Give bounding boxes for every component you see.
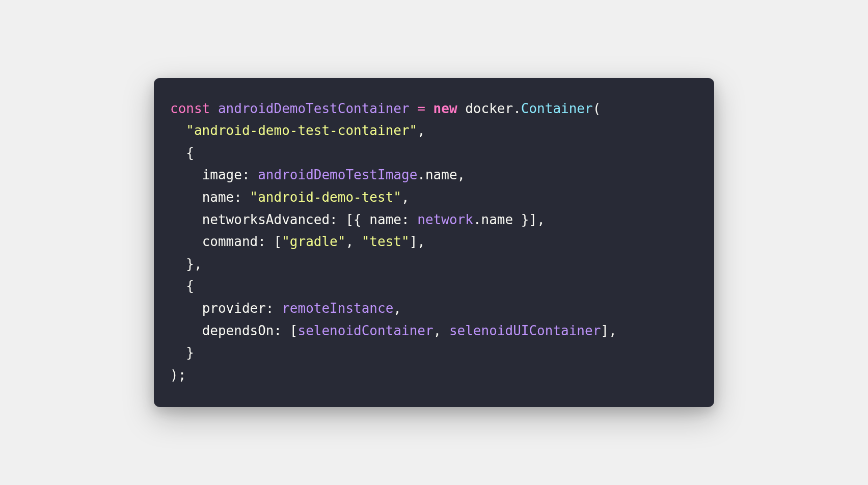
code-token: name: [369, 212, 401, 227]
code-token: =: [417, 101, 425, 116]
code-token: (: [593, 101, 601, 116]
code-token: ,: [609, 323, 617, 338]
code-token: Container: [521, 101, 593, 116]
code-token: [425, 101, 433, 116]
code-token: ,: [393, 301, 401, 316]
code-token: ,: [417, 123, 425, 138]
code-token: [170, 212, 202, 227]
code-token: [513, 212, 521, 227]
code-token: ,: [401, 190, 410, 205]
code-token: [170, 345, 186, 360]
code-token: [250, 167, 258, 182]
code-token: [266, 234, 274, 249]
code-token: [457, 101, 466, 116]
code-token: :: [330, 212, 338, 227]
code-token: selenoidContainer: [297, 323, 433, 338]
code-token: }: [186, 256, 194, 272]
code-token: [170, 256, 186, 272]
code-token: [170, 278, 186, 293]
code-token: networksAdvanced: [202, 212, 330, 227]
code-token: ]: [529, 212, 537, 227]
code-token: [: [345, 212, 354, 227]
code-token: ]: [601, 323, 609, 338]
code-token: ;: [178, 367, 186, 383]
code-token: image: [202, 167, 242, 182]
code-token: [210, 101, 218, 116]
code-token: dependsOn: [202, 323, 274, 338]
code-token: :: [266, 301, 274, 316]
code-token: "test": [362, 234, 410, 249]
code-token: [170, 234, 202, 249]
code-token: .: [513, 101, 521, 116]
code-block: const androidDemoTestContainer = new doc…: [170, 98, 698, 387]
code-token: docker: [465, 101, 513, 116]
code-token: [242, 190, 250, 205]
code-token: remoteInstance: [282, 301, 393, 316]
code-token: "gradle": [282, 234, 345, 249]
code-token: :: [401, 212, 410, 227]
code-content: const androidDemoTestContainer = new doc…: [170, 101, 617, 383]
code-token: selenoidUIContainer: [449, 323, 601, 338]
code-token: {: [186, 278, 194, 293]
code-token: ]: [410, 234, 418, 249]
code-token: ,: [537, 212, 545, 227]
code-token: ,: [194, 256, 202, 272]
code-token: new: [433, 101, 457, 116]
code-token: [282, 323, 290, 338]
code-token: :: [258, 234, 266, 249]
code-token: ): [170, 367, 178, 383]
code-token: }: [186, 345, 194, 360]
code-token: [170, 145, 186, 160]
code-token: name: [481, 212, 513, 227]
code-token: ,: [417, 234, 425, 249]
code-token: [170, 301, 202, 316]
code-token: androidDemoTestImage: [258, 167, 417, 182]
code-token: name: [202, 190, 234, 205]
code-token: [441, 323, 449, 338]
code-token: androidDemoTestContainer: [218, 101, 410, 116]
code-token: [362, 212, 370, 227]
code-token: [410, 212, 418, 227]
code-token: [: [290, 323, 298, 338]
code-token: [410, 101, 418, 116]
code-token: ,: [433, 323, 442, 338]
code-token: .: [473, 212, 481, 227]
code-token: :: [242, 167, 250, 182]
code-token: provider: [202, 301, 266, 316]
code-token: network: [417, 212, 473, 227]
code-token: {: [186, 145, 194, 160]
code-token: ,: [457, 167, 466, 182]
code-token: [170, 323, 202, 338]
code-token: [170, 123, 186, 138]
code-token: :: [274, 323, 282, 338]
code-token: }: [521, 212, 529, 227]
code-token: [170, 190, 202, 205]
code-token: ,: [345, 234, 354, 249]
code-token: "android-demo-test-container": [186, 123, 417, 138]
code-token: .: [417, 167, 425, 182]
code-token: {: [354, 212, 362, 227]
code-token: const: [170, 101, 210, 116]
code-block-container: const androidDemoTestContainer = new doc…: [154, 78, 714, 408]
code-token: [338, 212, 346, 227]
code-token: [170, 167, 202, 182]
code-token: [: [274, 234, 282, 249]
code-token: :: [234, 190, 242, 205]
code-token: "android-demo-test": [250, 190, 401, 205]
code-token: [274, 301, 282, 316]
code-token: name: [425, 167, 457, 182]
code-token: command: [202, 234, 258, 249]
code-token: [354, 234, 362, 249]
